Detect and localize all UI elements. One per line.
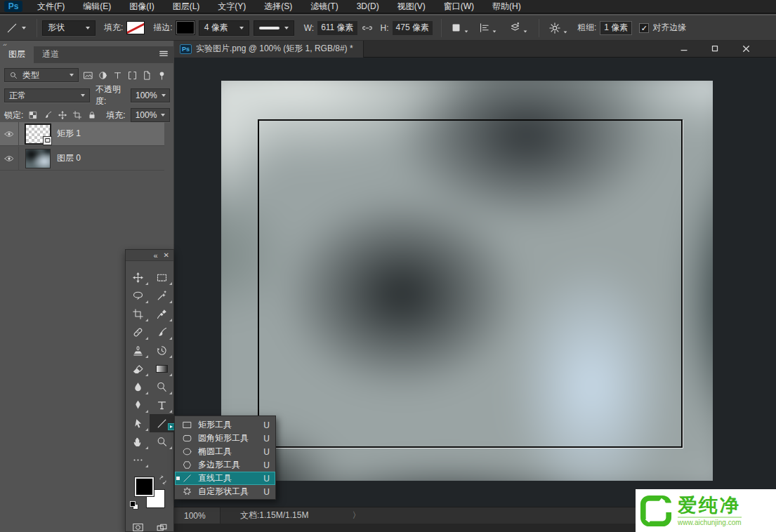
pen-tool[interactable] [126,396,150,414]
menu-item-line-tool[interactable]: 直线工具 U [175,472,275,485]
shape-width-field[interactable]: 611 像素 [317,21,357,35]
eye-icon [4,154,15,164]
clone-stamp-tool[interactable] [126,341,150,359]
layer-name[interactable]: 矩形 1 [57,128,81,140]
menu-image[interactable]: 图像(I) [120,0,163,13]
close-toolbar-icon[interactable]: ✕ [164,251,169,260]
menu-type[interactable]: 文字(Y) [209,0,255,13]
menu-item-polygon-tool[interactable]: 多边形工具 U [175,458,275,472]
zoom-level-field[interactable]: 100% [174,507,221,524]
tab-channels[interactable]: 通道 [34,46,67,63]
lasso-tool[interactable] [126,286,150,305]
filter-shape-layers-icon[interactable] [127,70,138,81]
lock-artboard-icon[interactable] [72,110,82,120]
path-arrangement-button[interactable] [503,22,534,34]
eraser-tool[interactable] [126,359,150,378]
opacity-label: 不透明度: [96,84,125,107]
panel-tabs: 图层 通道 [0,46,174,63]
status-expand-chevron[interactable]: 〉 [352,510,360,521]
fill-label: 填充: [104,22,123,34]
layer-filter-select[interactable]: 类型 [4,68,79,82]
screen-mode-button[interactable] [150,518,173,532]
filter-adjustment-layers-icon[interactable] [98,70,108,81]
link-dimensions-icon[interactable] [361,22,374,34]
watermark-title: 爱纯净 [678,495,742,516]
menu-item-rectangle-tool[interactable]: 矩形工具 U [175,418,275,432]
tool-mode-select[interactable]: 形状 [42,20,96,36]
menu-help[interactable]: 帮助(H) [483,0,530,13]
dodge-tool[interactable] [150,378,173,396]
blur-tool[interactable] [126,378,150,396]
menu-window[interactable]: 窗口(W) [435,0,483,13]
opacity-select[interactable]: 100% [131,88,170,102]
zoom-tool[interactable] [150,432,173,451]
stroke-style-select[interactable] [254,20,294,36]
layer-thumbnail[interactable] [25,149,51,168]
menu-edit[interactable]: 编辑(E) [74,0,120,13]
maximize-button[interactable] [704,42,725,55]
line-tool[interactable] [150,414,173,432]
fill-opacity-select[interactable]: 100% [131,108,170,122]
document-tab[interactable]: Ps 实验图片.png @ 100% (矩形 1, RGB/8#) * [174,41,364,58]
ps-file-icon: Ps [180,44,192,54]
stroke-color-swatch[interactable] [176,21,195,34]
menu-item-ellipse-tool[interactable]: 椭圆工具 U [175,445,275,458]
quick-mask-button[interactable] [126,518,150,532]
lock-transparent-pixels-icon[interactable] [28,110,38,120]
lock-image-pixels-icon[interactable] [43,110,53,120]
layer-visibility-toggle[interactable] [0,147,19,171]
layer-row-rectangle-1[interactable]: 矩形 1 [0,122,164,146]
marquee-tool[interactable] [150,268,173,286]
edit-toolbar-button[interactable] [126,451,150,469]
move-tool[interactable] [126,268,150,286]
layer-name[interactable]: 图层 0 [57,152,81,164]
foreground-color-swatch[interactable] [135,477,154,496]
minimize-button[interactable] [673,42,695,55]
canvas[interactable] [221,81,713,481]
menu-3d[interactable]: 3D(D) [348,0,388,13]
filter-type-layers-icon[interactable] [112,70,123,81]
spot-healing-tool[interactable] [126,323,150,341]
lock-all-icon[interactable] [87,110,97,120]
layer-row-layer-0[interactable]: 图层 0 [0,147,164,171]
panel-menu-icon[interactable] [158,49,169,59]
close-button[interactable] [735,42,756,55]
menu-select[interactable]: 选择(S) [255,0,301,13]
gradient-tool[interactable] [150,359,173,378]
type-tool[interactable] [150,396,173,414]
shape-height-field[interactable]: 475 像素 [393,21,433,35]
menu-file[interactable]: 文件(F) [28,0,74,13]
path-operations-button[interactable] [447,22,472,34]
eyedropper-tool[interactable] [150,305,173,323]
filter-pixel-layers-icon[interactable] [83,70,93,81]
line-weight-field[interactable]: 1 像素 [600,21,632,35]
tool-preset-picker[interactable] [0,22,32,34]
fill-color-swatch[interactable] [126,21,145,34]
magic-wand-tool[interactable] [150,286,173,305]
menu-item-custom-shape-tool[interactable]: 自定形状工具 U [175,485,275,498]
layer-visibility-toggle[interactable] [0,122,19,146]
tab-layers[interactable]: 图层 [0,46,34,63]
default-colors-icon[interactable] [130,501,138,510]
menu-layer[interactable]: 图层(L) [164,0,209,13]
crop-tool[interactable] [126,305,150,323]
swap-colors-icon[interactable] [158,475,168,485]
collapse-toolbar-icon[interactable]: « [153,251,157,260]
history-brush-tool[interactable] [150,341,173,359]
path-selection-tool[interactable] [126,414,150,432]
layer-thumbnail[interactable] [25,124,51,144]
brush-tool[interactable] [150,323,173,341]
shape-settings-button[interactable] [544,22,572,34]
stroke-width-select[interactable]: 4 像素 [199,20,249,36]
menu-item-rounded-rectangle-tool[interactable]: 圆角矩形工具 U [175,432,275,445]
lock-position-icon[interactable] [58,110,67,120]
path-alignment-button[interactable] [472,22,503,34]
gear-icon [548,22,561,34]
filter-pin-icon[interactable] [157,70,167,81]
filter-smart-objects-icon[interactable] [142,70,152,81]
menu-view[interactable]: 视图(V) [388,0,435,13]
align-edges-checkbox[interactable]: ✓ [639,23,649,33]
menu-filter[interactable]: 滤镜(T) [301,0,347,13]
hand-tool[interactable] [126,432,150,451]
blend-mode-select[interactable]: 正常 [4,88,90,102]
